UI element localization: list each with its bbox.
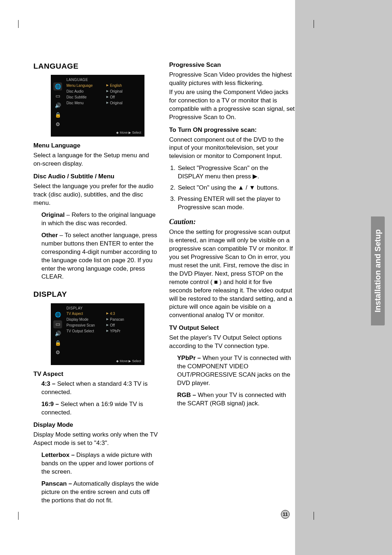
paragraph: YPbPr – When your TV is connected with t… (169, 354, 295, 388)
subhead-disc-audio: Disc Audio / Subtitle / Menu (33, 173, 159, 181)
crop-mark (314, 512, 314, 520)
osd-row: TV Output Select▶YPbPr (66, 328, 142, 334)
paragraph: 4:3 – Select when a standard 4:3 TV is c… (33, 380, 159, 397)
crop-mark (18, 20, 19, 28)
heading-display: DISPLAY (33, 289, 159, 299)
osd-row: Disc Menu▶Original (66, 100, 142, 106)
paragraph: Panscan – Automatically displays the wid… (33, 480, 159, 505)
crop-mark (314, 20, 314, 28)
osd-sidebar-icons: 🌐 ▭ 🔊 🔒 ⚙ (53, 82, 64, 130)
side-thumb-tab: Installation and Setup (295, 0, 392, 555)
paragraph: Set the player's TV Output Select option… (169, 334, 295, 351)
paragraph: 16:9 – Select when a 16:9 wide TV is con… (33, 400, 159, 417)
display-tab-icon: ▭ (53, 320, 62, 328)
section-tab-label: Installation and Setup (371, 216, 385, 325)
page-frame: 11 LANGUAGE LANGUAGE 🌐 ▭ 🔊 🔒 ⚙ Menu Lang… (18, 20, 295, 520)
language-tab-icon: 🌐 (53, 82, 62, 90)
ordered-list: Select "Progressive Scan" on the DISPLAY… (169, 164, 295, 212)
crop-mark (18, 512, 19, 520)
osd-rows: TV Aspect▶4:3 Display Mode▶Panscan Progr… (66, 311, 142, 334)
page-number-badge: 11 (281, 510, 290, 519)
paragraph: Progressive Scan Video provides the high… (169, 71, 295, 88)
subhead-tv-output: TV Output Select (169, 324, 295, 332)
osd-footer-hint: ◆ Move ▶ Select (116, 359, 141, 363)
list-item: Select "Progressive Scan" on the DISPLAY… (177, 164, 295, 181)
audio-tab-icon: 🔊 (53, 330, 62, 338)
osd-title: DISPLAY (66, 306, 83, 311)
subhead-menu-language: Menu Language (33, 142, 159, 150)
subhead-progressive-scan: Progressive Scan (169, 61, 295, 69)
paragraph: Connect component out of the DVD to the … (169, 136, 295, 161)
paragraph: Other – To select another language, pres… (33, 231, 159, 281)
osd-row: Menu Language▶English (66, 82, 142, 88)
others-tab-icon: ⚙ (53, 349, 62, 357)
osd-row: Display Mode▶Panscan (66, 317, 142, 323)
paragraph: Once the setting for progressive scan ou… (169, 228, 295, 320)
osd-row: Disc Audio▶Original (66, 88, 142, 94)
paragraph: Original – Refers to the original langua… (33, 211, 159, 228)
osd-footer-hint: ◆ Move ▶ Select (116, 130, 141, 135)
osd-title: LANGUAGE (66, 77, 88, 82)
paragraph: Select the language you prefer for the a… (33, 182, 159, 207)
language-tab-icon: 🌐 (53, 311, 62, 319)
list-item: Pressing ENTER will set the player to Pr… (177, 195, 295, 212)
subhead-tv-aspect: TV Aspect (33, 370, 159, 378)
body-columns: LANGUAGE LANGUAGE 🌐 ▭ 🔊 🔒 ⚙ Menu Languag… (33, 61, 295, 509)
osd-sidebar-icons: 🌐 ▭ 🔊 🔒 ⚙ (53, 311, 64, 358)
paragraph: Display Mode setting works only when the… (33, 431, 159, 447)
osd-display-menu: DISPLAY 🌐 ▭ 🔊 🔒 ⚙ TV Aspect▶4:3 Display … (51, 303, 144, 365)
paragraph: RGB – When your TV is connected with the… (169, 391, 295, 408)
left-column: LANGUAGE LANGUAGE 🌐 ▭ 🔊 🔒 ⚙ Menu Languag… (33, 61, 159, 509)
paragraph: Select a language for the Setup menu and… (33, 151, 159, 168)
osd-rows: Menu Language▶English Disc Audio▶Origina… (66, 82, 142, 106)
lock-tab-icon: 🔒 (53, 339, 62, 347)
audio-tab-icon: 🔊 (53, 101, 62, 109)
osd-row: Disc Subtitle▶Off (66, 94, 142, 100)
paragraph: Letterbox – Displays a wide picture with… (33, 451, 159, 476)
paragraph: If you are using the Component Video jac… (169, 88, 295, 122)
osd-row: TV Aspect▶4:3 (66, 311, 142, 317)
heading-language: LANGUAGE (33, 61, 159, 71)
osd-language-menu: LANGUAGE 🌐 ▭ 🔊 🔒 ⚙ Menu Language▶English… (51, 75, 144, 137)
list-item: Select "On" using the ▲ / ▼ buttons. (177, 184, 295, 192)
osd-row: Progressive Scan▶Off (66, 323, 142, 328)
subhead-display-mode: Display Mode (33, 421, 159, 429)
display-tab-icon: ▭ (53, 92, 62, 100)
subhead-turn-on-prog: To Turn ON progressive scan: (169, 126, 295, 134)
others-tab-icon: ⚙ (53, 120, 62, 128)
caution-heading: Caution: (169, 217, 295, 227)
right-column: Progressive Scan Progressive Scan Video … (169, 61, 295, 509)
lock-tab-icon: 🔒 (53, 111, 62, 119)
